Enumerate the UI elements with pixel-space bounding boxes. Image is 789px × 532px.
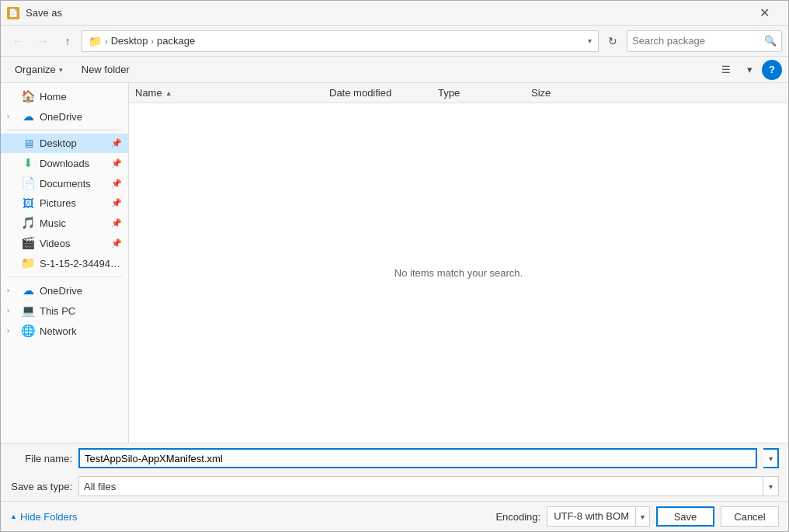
organize-label: Organize <box>15 64 56 75</box>
dialog-buttons: Save Cancel <box>656 506 779 527</box>
new-folder-label: New folder <box>82 64 130 75</box>
onedrive2-arrow: › <box>7 287 16 294</box>
search-icon: 🔍 <box>764 35 777 47</box>
forward-button[interactable]: → <box>32 30 54 52</box>
sidebar-item-documents[interactable]: 📄 Documents 📌 <box>1 173 128 193</box>
col-date-label: Date modified <box>329 87 391 99</box>
sidebar-item-onedrive[interactable]: › ☁ OneDrive <box>1 106 128 127</box>
breadcrumb-sep2: › <box>151 37 154 46</box>
breadcrumb-sep1: › <box>105 37 108 46</box>
downloads-pin-icon: 📌 <box>111 158 122 169</box>
sidebar-onedrive-label: OneDrive <box>40 111 122 123</box>
encoding-arrow-icon[interactable]: ▾ <box>635 507 649 526</box>
sidebar-thispc-label: This PC <box>40 305 122 317</box>
sidebar-music-label: Music <box>40 217 106 229</box>
onedrive2-icon: ☁ <box>21 283 35 297</box>
thispc-icon: 💻 <box>21 304 35 318</box>
music-icon: 🎵 <box>21 216 35 230</box>
network-arrow: › <box>7 327 16 335</box>
pictures-icon: 🖼 <box>21 196 35 210</box>
breadcrumb-dropdown-icon: ▾ <box>588 37 592 45</box>
col-name-label: Name <box>135 87 162 99</box>
network-icon: 🌐 <box>21 324 35 338</box>
sidebar-item-desktop[interactable]: 🖥 Desktop 📌 <box>1 134 128 153</box>
sidebar-item-pictures[interactable]: 🖼 Pictures 📌 <box>1 193 128 213</box>
encoding-value: UTF-8 with BOM <box>547 506 635 527</box>
col-size-header[interactable]: Size <box>531 87 593 99</box>
hide-folders-label: Hide Folders <box>20 511 78 523</box>
action-row: ▲ Hide Folders Encoding: UTF-8 with BOM … <box>1 501 788 531</box>
filetype-label: Save as type: <box>10 481 72 492</box>
filename-row: File name: ▾ <box>1 443 788 473</box>
col-date-header[interactable]: Date modified <box>329 87 438 99</box>
titlebar-left: 📄 Save as <box>7 7 62 19</box>
view-options-button[interactable]: ▾ <box>739 60 760 80</box>
hide-folders-arrow-icon: ▲ <box>10 513 17 520</box>
view-toggle-button[interactable]: ☰ <box>715 60 737 80</box>
folder-icon: 📁 <box>89 35 102 47</box>
documents-pin-icon: 📌 <box>111 179 122 189</box>
sidebar-documents-label: Documents <box>40 178 106 190</box>
sidebar-item-music[interactable]: 🎵 Music 📌 <box>1 213 128 233</box>
filetype-row: Save as type: All files ▾ <box>1 473 788 501</box>
filename-label: File name: <box>10 453 72 464</box>
onedrive-icon: ☁ <box>21 110 35 123</box>
col-size-label: Size <box>531 87 551 99</box>
organize-button[interactable]: Organize ▾ <box>7 60 71 80</box>
filename-input[interactable] <box>78 448 757 468</box>
search-input[interactable] <box>632 35 764 47</box>
col-name-header[interactable]: Name ▲ <box>135 87 329 99</box>
sidebar-downloads-label: Downloads <box>40 158 106 169</box>
filename-dropdown-button[interactable]: ▾ <box>763 448 779 468</box>
col-type-label: Type <box>438 87 460 99</box>
new-folder-button[interactable]: New folder <box>74 60 137 80</box>
back-button[interactable]: ← <box>7 30 29 52</box>
sidebar-item-videos[interactable]: 🎬 Videos 📌 <box>1 233 128 253</box>
music-pin-icon: 📌 <box>111 218 122 228</box>
sidebar-item-thispc[interactable]: › 💻 This PC <box>1 301 128 321</box>
sidebar-divider1 <box>7 130 122 130</box>
sidebar-onedrive2-label: OneDrive <box>40 285 122 297</box>
window-icon: 📄 <box>7 7 19 19</box>
filetype-value: All files <box>79 477 763 495</box>
save-button[interactable]: Save <box>656 506 714 527</box>
sidebar-item-sid[interactable]: 📁 S-1-15-2-344944837 <box>1 253 128 273</box>
filetype-arrow-icon[interactable]: ▾ <box>763 477 778 495</box>
sidebar-item-label: Home <box>40 91 122 103</box>
help-button[interactable]: ? <box>762 60 782 80</box>
videos-pin-icon: 📌 <box>111 238 122 249</box>
file-area: Name ▲ Date modified Type Size No items … <box>129 83 788 443</box>
sidebar-item-onedrive2[interactable]: › ☁ OneDrive <box>1 280 128 301</box>
filetype-select[interactable]: All files ▾ <box>78 476 779 496</box>
refresh-button[interactable]: ↻ <box>602 30 624 52</box>
home-icon: 🏠 <box>21 89 35 103</box>
file-list: No items match your search. <box>129 103 788 443</box>
sidebar-divider2 <box>7 276 122 277</box>
sidebar: 🏠 Home › ☁ OneDrive 🖥 Desktop 📌 <box>1 83 129 443</box>
sidebar-item-network[interactable]: › 🌐 Network <box>1 321 128 341</box>
close-button[interactable]: ✕ <box>746 1 782 26</box>
onedrive-arrow: › <box>7 113 16 120</box>
window-title: Save as <box>26 7 62 19</box>
sid-icon: 📁 <box>21 256 35 270</box>
pictures-pin-icon: 📌 <box>111 198 122 208</box>
search-box: 🔍 <box>627 30 782 52</box>
sidebar-videos-label: Videos <box>40 238 106 249</box>
encoding-select[interactable]: UTF-8 with BOM ▾ <box>547 506 650 527</box>
footer: File name: ▾ Save as type: All files ▾ ▲… <box>1 443 788 531</box>
breadcrumb[interactable]: 📁 › Desktop › package ▾ <box>82 30 599 52</box>
videos-icon: 🎬 <box>21 236 35 250</box>
action-bar: Organize ▾ New folder ☰ ▾ ? <box>1 57 788 83</box>
column-headers: Name ▲ Date modified Type Size <box>129 83 788 103</box>
desktop-icon: 🖥 <box>21 137 35 150</box>
breadcrumb-package: package <box>157 35 195 47</box>
col-type-header[interactable]: Type <box>438 87 531 99</box>
hide-folders-button[interactable]: ▲ Hide Folders <box>10 511 78 523</box>
sidebar-desktop-label: Desktop <box>40 137 106 149</box>
sidebar-item-home[interactable]: 🏠 Home <box>1 86 128 106</box>
cancel-button[interactable]: Cancel <box>721 506 779 527</box>
up-button[interactable]: ↑ <box>57 30 78 52</box>
organize-arrow-icon: ▾ <box>59 66 63 74</box>
sidebar-item-downloads[interactable]: ⬇ Downloads 📌 <box>1 153 128 173</box>
breadcrumb-desktop: Desktop <box>111 35 148 47</box>
